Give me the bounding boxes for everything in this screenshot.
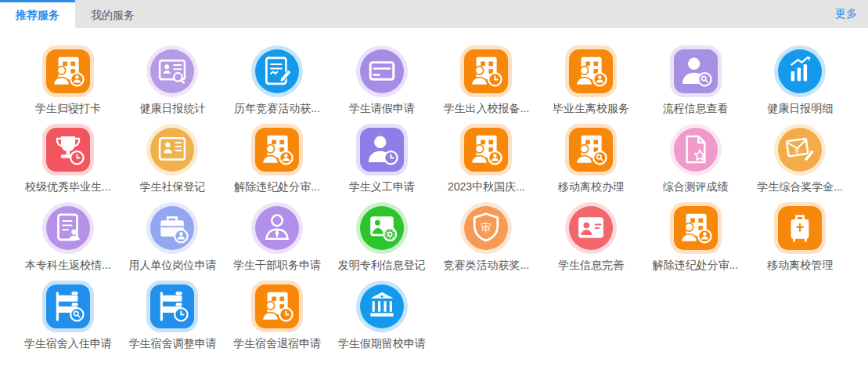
photo-gear-icon bbox=[360, 206, 404, 250]
service-item[interactable]: 移动离校办理 bbox=[538, 128, 643, 206]
service-label: 移动离校办理 bbox=[558, 180, 624, 194]
service-item[interactable]: 毕业生离校服务 bbox=[538, 49, 643, 128]
service-item[interactable]: 2023中秋国庆... bbox=[434, 128, 539, 206]
people-user-badge-icon bbox=[569, 49, 613, 93]
document-person-icon bbox=[46, 206, 90, 250]
service-item[interactable]: 学生社保登记 bbox=[121, 128, 225, 206]
service-item[interactable]: 学生宿舍调整申请 bbox=[121, 284, 225, 363]
service-item[interactable]: 学生出入校报备... bbox=[434, 49, 539, 128]
more-link[interactable]: 更多 bbox=[824, 0, 868, 28]
tab-my-services[interactable]: 我的服务 bbox=[75, 0, 150, 28]
shield-audit-icon: 审 bbox=[464, 206, 508, 250]
service-label: 学生信息完善 bbox=[558, 259, 624, 272]
people-clock-badge-icon bbox=[255, 284, 299, 328]
service-label: 2023中秋国庆... bbox=[448, 180, 525, 194]
service-label: 校级优秀毕业生... bbox=[25, 180, 111, 194]
service-label: 历年竞赛活动获... bbox=[234, 102, 320, 115]
service-label: 竞赛类活动获奖... bbox=[443, 259, 529, 272]
briefcase-user-badge-icon bbox=[150, 206, 194, 250]
svg-text:审: 审 bbox=[481, 221, 492, 234]
service-item[interactable]: 学生请假申请 bbox=[330, 49, 434, 128]
service-item[interactable]: 学生干部职务申请 bbox=[225, 206, 330, 284]
service-item[interactable]: 校级优秀毕业生... bbox=[16, 128, 121, 206]
service-item[interactable]: 健康日报统计 bbox=[121, 49, 225, 128]
people-user-badge-icon bbox=[255, 128, 299, 172]
service-item[interactable]: 综合测评成绩 bbox=[643, 128, 748, 206]
people-user-badge-icon bbox=[674, 206, 718, 250]
service-label: 学生宿舍调整申请 bbox=[128, 337, 216, 350]
bank-icon bbox=[360, 284, 404, 328]
service-label: 解除违纪处分审... bbox=[653, 259, 739, 272]
document-pen-icon bbox=[255, 49, 299, 93]
service-label: 综合测评成绩 bbox=[663, 180, 729, 194]
service-item[interactable]: 移动离校管理 bbox=[747, 206, 852, 284]
idcard-person-icon bbox=[150, 128, 194, 172]
service-item[interactable]: 学生假期留校申请 bbox=[330, 284, 434, 363]
tab-recommended-services[interactable]: 推荐服务 bbox=[0, 0, 75, 28]
service-label: 本专科生返校情... bbox=[25, 259, 111, 272]
service-item[interactable]: 解除违纪处分审... bbox=[225, 128, 330, 206]
document-star-icon bbox=[674, 128, 718, 172]
card-icon bbox=[360, 49, 404, 93]
people-search-badge-icon bbox=[569, 128, 613, 172]
people-user-badge-icon bbox=[46, 49, 90, 93]
service-label: 用人单位岗位申请 bbox=[128, 259, 216, 272]
service-label: 学生宿舍入住申请 bbox=[24, 337, 112, 350]
service-label: 学生假期留校申请 bbox=[338, 337, 426, 350]
service-item[interactable]: 健康日报明细 bbox=[747, 49, 852, 128]
idcard-profile-icon bbox=[569, 206, 613, 250]
service-label: 学生出入校报备... bbox=[443, 102, 529, 115]
trophy-clock-icon bbox=[46, 128, 90, 172]
service-item[interactable]: 流程信息查看 bbox=[643, 49, 748, 128]
suitcase-icon bbox=[778, 206, 822, 250]
service-label: 移动离校管理 bbox=[767, 259, 833, 272]
service-label: 学生归寝打卡 bbox=[35, 102, 101, 115]
service-item[interactable]: ¥ 学生综合奖学金... bbox=[747, 128, 852, 206]
service-label: 健康日报明细 bbox=[767, 102, 833, 115]
service-label: 学生社保登记 bbox=[139, 180, 205, 194]
services-grid: 学生归寝打卡 健康日报统计 历年竞赛活动获... 学生请假申请 学生出入校报备.… bbox=[0, 28, 868, 363]
service-item[interactable]: 本专科生返校情... bbox=[16, 206, 121, 284]
people-user-badge-icon bbox=[464, 128, 508, 172]
service-item[interactable]: 学生义工申请 bbox=[330, 128, 434, 206]
service-label: 学生干部职务申请 bbox=[233, 259, 321, 272]
service-label: 流程信息查看 bbox=[663, 102, 729, 115]
tab-bar: 推荐服务 我的服务 更多 bbox=[0, 0, 868, 28]
service-label: 学生宿舍退宿申请 bbox=[233, 337, 321, 350]
services-panel: 推荐服务 我的服务 更多 学生归寝打卡 健康日报统计 历年竞赛活动获... 学生… bbox=[0, 0, 868, 366]
service-item[interactable]: 学生宿舍退宿申请 bbox=[225, 284, 330, 363]
service-item[interactable]: 发明专利信息登记 bbox=[330, 206, 434, 284]
service-item[interactable]: 学生归寝打卡 bbox=[16, 49, 121, 128]
service-label: 健康日报统计 bbox=[139, 102, 205, 115]
person-search-icon bbox=[674, 49, 718, 93]
person-tie-icon bbox=[255, 206, 299, 250]
envelope-pencil-icon: ¥ bbox=[778, 128, 822, 172]
bunkbed-search-icon bbox=[46, 284, 90, 328]
service-label: 学生义工申请 bbox=[349, 180, 415, 194]
service-item[interactable]: 用人单位岗位申请 bbox=[121, 206, 225, 284]
svg-text:¥: ¥ bbox=[794, 147, 800, 156]
service-label: 学生请假申请 bbox=[349, 102, 415, 115]
chart-up-icon bbox=[778, 49, 822, 93]
service-item[interactable]: 学生信息完善 bbox=[538, 206, 643, 284]
service-label: 解除违纪处分审... bbox=[234, 180, 320, 194]
person-clock-icon bbox=[360, 128, 404, 172]
service-label: 学生综合奖学金... bbox=[757, 180, 843, 194]
bunkbed-clock-icon bbox=[150, 284, 194, 328]
service-item[interactable]: 审竞赛类活动获奖... bbox=[434, 206, 539, 284]
service-label: 发明专利信息登记 bbox=[338, 259, 426, 272]
service-item[interactable]: 历年竞赛活动获... bbox=[225, 49, 330, 128]
service-item[interactable]: 学生宿舍入住申请 bbox=[16, 284, 121, 363]
people-clock-badge-icon bbox=[464, 49, 508, 93]
service-label: 毕业生离校服务 bbox=[553, 102, 629, 115]
idcard-search-icon bbox=[150, 49, 194, 93]
service-item[interactable]: 解除违纪处分审... bbox=[643, 206, 748, 284]
